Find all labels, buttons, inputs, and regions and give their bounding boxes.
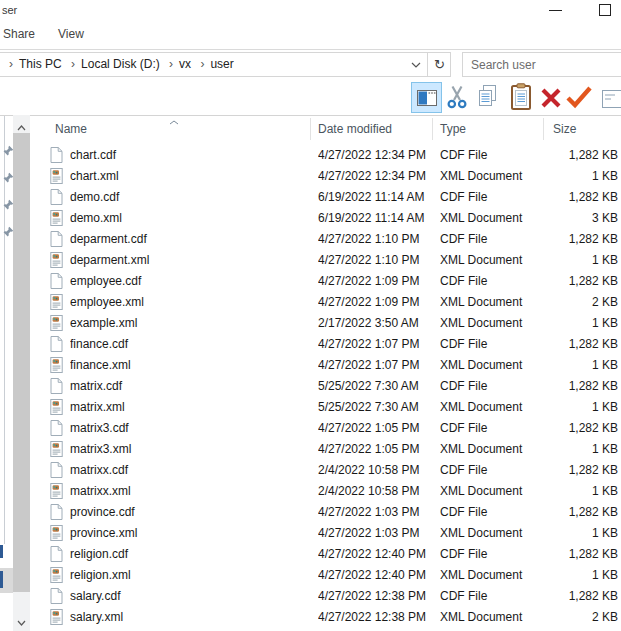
file-size: 1,282 KB xyxy=(500,586,618,607)
maximize-button[interactable] xyxy=(592,0,620,22)
preview-pane-toggle-button[interactable] xyxy=(411,82,442,113)
file-row[interactable]: chart.cdf4/27/2022 12:34 PMCDF File1,282… xyxy=(0,145,621,166)
column-separator[interactable] xyxy=(543,118,544,140)
file-name: finance.cdf xyxy=(70,334,300,355)
breadcrumb: ›This PC ›Local Disk (D:) ›vx ›user xyxy=(3,53,234,76)
scrollbar-up-button[interactable] xyxy=(17,120,26,134)
chevron-up-icon xyxy=(17,125,26,131)
file-row[interactable]: matrixx.xml2/4/2022 10:58 PMXML Document… xyxy=(0,481,621,502)
file-name: chart.xml xyxy=(70,166,300,187)
file-name: matrix.xml xyxy=(70,397,300,418)
file-icon xyxy=(50,504,64,525)
cdf-file-icon xyxy=(50,147,63,163)
breadcrumb-chevron-icon[interactable]: › xyxy=(169,57,173,71)
file-icon xyxy=(50,273,64,294)
file-row[interactable]: province.cdf4/27/2022 1:03 PMCDF File1,2… xyxy=(0,502,621,523)
file-row[interactable]: matrix.cdf5/25/2022 7:30 AMCDF File1,282… xyxy=(0,376,621,397)
apply-check-button[interactable] xyxy=(565,85,593,109)
file-row[interactable]: matrixx.cdf2/4/2022 10:58 PMCDF File1,28… xyxy=(0,460,621,481)
breadcrumb-chevron-icon[interactable]: › xyxy=(9,57,13,71)
file-row[interactable]: demo.cdf6/19/2022 11:14 AMCDF File1,282 … xyxy=(0,187,621,208)
file-name: matrix.cdf xyxy=(70,376,300,397)
file-row[interactable]: matrix3.cdf4/27/2022 1:05 PMCDF File1,28… xyxy=(0,418,621,439)
file-row[interactable]: province.xml4/27/2022 1:03 PMXML Documen… xyxy=(0,523,621,544)
file-size: 2 KB xyxy=(500,607,618,628)
file-row[interactable]: demo.xml6/19/2022 11:14 AMXML Document3 … xyxy=(0,208,621,229)
cdf-file-icon xyxy=(50,462,63,478)
file-size: 1,282 KB xyxy=(500,334,618,355)
file-date-modified: 4/27/2022 12:34 PM xyxy=(318,145,430,166)
file-date-modified: 2/4/2022 10:58 PM xyxy=(318,460,430,481)
window-title: ser xyxy=(2,4,17,16)
file-row[interactable]: example.xml2/17/2022 3:50 AMXML Document… xyxy=(0,313,621,334)
breadcrumb-local-disk-d[interactable]: Local Disk (D:) xyxy=(81,57,160,71)
file-row[interactable]: religion.xml4/27/2022 12:40 PMXML Docume… xyxy=(0,565,621,586)
breadcrumb-this-pc[interactable]: This PC xyxy=(19,57,62,71)
file-row[interactable]: chart.xml4/27/2022 12:34 PMXML Document1… xyxy=(0,166,621,187)
form-icon xyxy=(602,90,621,108)
file-row[interactable]: deparment.cdf4/27/2022 1:10 PMCDF File1,… xyxy=(0,229,621,250)
column-header-type[interactable]: Type xyxy=(440,119,466,139)
file-row[interactable]: deparment.xml4/27/2022 1:10 PMXML Docume… xyxy=(0,250,621,271)
copy-button[interactable] xyxy=(476,84,498,110)
file-icon xyxy=(50,483,64,504)
delete-button[interactable] xyxy=(540,87,562,109)
form-button-partial[interactable] xyxy=(602,90,621,108)
file-date-modified: 4/27/2022 1:05 PM xyxy=(318,439,430,460)
file-name: matrixx.xml xyxy=(70,481,300,502)
cdf-file-icon xyxy=(50,189,63,205)
file-size: 1 KB xyxy=(500,523,618,544)
file-size: 1,282 KB xyxy=(500,502,618,523)
refresh-button[interactable]: ↻ xyxy=(428,53,451,76)
file-date-modified: 4/27/2022 1:10 PM xyxy=(318,250,430,271)
delete-x-icon xyxy=(540,87,562,109)
file-icon xyxy=(50,315,64,336)
file-size: 1,282 KB xyxy=(500,460,618,481)
cut-button[interactable] xyxy=(447,84,467,110)
file-row[interactable]: salary.xml4/27/2022 12:38 PMXML Document… xyxy=(0,607,621,628)
file-size: 1,282 KB xyxy=(500,376,618,397)
file-row[interactable]: matrix.xml5/25/2022 7:30 AMXML Document1… xyxy=(0,397,621,418)
file-row[interactable]: religion.cdf4/27/2022 12:40 PMCDF File1,… xyxy=(0,544,621,565)
file-date-modified: 4/27/2022 12:34 PM xyxy=(318,166,430,187)
file-date-modified: 6/19/2022 11:14 AM xyxy=(318,208,430,229)
file-row[interactable]: salary.cdf4/27/2022 12:38 PMCDF File1,28… xyxy=(0,586,621,607)
file-row[interactable]: employee.xml4/27/2022 1:09 PMXML Documen… xyxy=(0,292,621,313)
column-header-name[interactable]: Name xyxy=(55,119,87,139)
tab-view[interactable]: View xyxy=(58,27,84,44)
file-name: province.cdf xyxy=(70,502,300,523)
file-name: deparment.cdf xyxy=(70,229,300,250)
file-row[interactable]: finance.xml4/27/2022 1:07 PMXML Document… xyxy=(0,355,621,376)
cdf-file-icon xyxy=(50,420,63,436)
paste-button[interactable] xyxy=(510,83,532,111)
breadcrumb-chevron-icon[interactable]: › xyxy=(200,57,204,71)
tab-share[interactable]: Share xyxy=(3,27,35,44)
scissors-icon xyxy=(447,85,467,109)
address-dropdown-button[interactable] xyxy=(406,53,426,76)
breadcrumb-user[interactable]: user xyxy=(210,57,233,71)
file-row[interactable]: employee.cdf4/27/2022 1:09 PMCDF File1,2… xyxy=(0,271,621,292)
column-header-date-modified[interactable]: Date modified xyxy=(318,119,392,139)
file-icon xyxy=(50,525,64,546)
file-size: 1 KB xyxy=(500,355,618,376)
preview-pane-icon xyxy=(417,90,437,106)
breadcrumb-vx[interactable]: vx xyxy=(179,57,191,71)
breadcrumb-chevron-icon[interactable]: › xyxy=(71,57,75,71)
file-date-modified: 6/19/2022 11:14 AM xyxy=(318,187,430,208)
minimize-button[interactable] xyxy=(542,0,570,22)
file-row[interactable]: matrix3.xml4/27/2022 1:05 PMXML Document… xyxy=(0,439,621,460)
paste-icon xyxy=(510,83,532,111)
column-header-size[interactable]: Size xyxy=(553,119,576,139)
column-separator[interactable] xyxy=(310,118,311,140)
maximize-icon xyxy=(599,4,611,16)
file-name: matrix3.cdf xyxy=(70,418,300,439)
search-input[interactable] xyxy=(471,54,621,75)
file-date-modified: 4/27/2022 12:40 PM xyxy=(318,544,430,565)
file-row[interactable]: finance.cdf4/27/2022 1:07 PMCDF File1,28… xyxy=(0,334,621,355)
file-date-modified: 4/27/2022 1:09 PM xyxy=(318,292,430,313)
file-date-modified: 5/25/2022 7:30 AM xyxy=(318,397,430,418)
file-name: employee.xml xyxy=(70,292,300,313)
file-icon xyxy=(50,546,64,567)
cdf-file-icon xyxy=(50,336,63,352)
column-separator[interactable] xyxy=(432,118,433,140)
